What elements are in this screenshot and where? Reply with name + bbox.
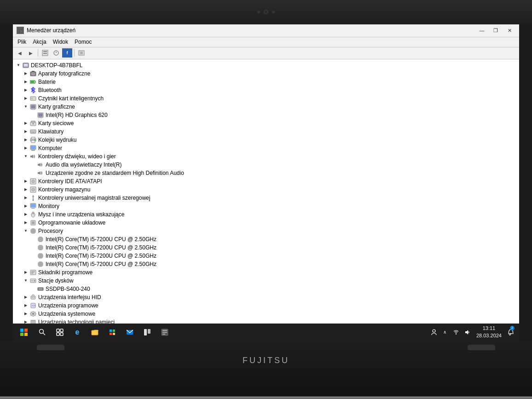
tray-person[interactable] (429, 324, 439, 341)
tree-item-cpu1[interactable]: Intel(R) Core(TM) i5-7200U CPU @ 2.50GHz (15, 235, 517, 243)
item-label-firmware: Oprogramowanie układowe (38, 220, 105, 226)
toolbar-forward[interactable]: ▶ (26, 48, 36, 58)
expander-print[interactable]: ▶ (22, 136, 29, 144)
expander-bluetooth[interactable]: ▶ (22, 87, 29, 94)
tree-item-diskdrives[interactable]: ▼Stacje dysków (15, 277, 517, 285)
svg-marker-192 (465, 330, 468, 335)
tree-item-cameras[interactable]: ▶Aparaty fotograficzne (15, 69, 517, 78)
taskbar-app1[interactable] (139, 324, 156, 341)
svg-rect-41 (32, 131, 33, 132)
toolbar-btn1[interactable] (40, 48, 50, 58)
expander-network[interactable]: ▶ (22, 120, 29, 127)
item-icon-diskdrives (29, 277, 37, 284)
tree-item-sysdev[interactable]: ▶Urządzenia systemowe (15, 310, 517, 318)
tree-item-cpu2[interactable]: Intel(R) Core(TM) i5-7200U CPU @ 2.50GHz (15, 243, 517, 252)
taskbar-taskview[interactable] (52, 324, 68, 341)
close-button[interactable]: ✕ (503, 26, 515, 35)
tree-item-computer[interactable]: ▶Komputer (15, 144, 517, 152)
tray-volume[interactable] (463, 324, 472, 341)
item-label-keyboard: Klawiatury (38, 128, 64, 135)
tree-item-cpu4[interactable]: Intel(R) Core(TM) i5-7200U CPU @ 2.50GHz (15, 260, 517, 268)
expander-usb[interactable]: ▶ (22, 194, 29, 202)
restore-button[interactable]: ❐ (490, 26, 502, 35)
expander-mouse[interactable]: ▶ (22, 211, 29, 218)
expander-memdev[interactable]: ▶ (22, 318, 29, 324)
tree-item-storage[interactable]: ▶Kontrolery magazynu (15, 185, 517, 194)
expander-diskdrives[interactable]: ▼ (22, 277, 29, 284)
tree-item-progdev[interactable]: ▶</>Urządzenia programowe (15, 301, 517, 310)
menu-help[interactable]: Pomoc (72, 38, 94, 46)
expander-software[interactable]: ▶ (22, 269, 29, 276)
item-icon-audio-display (37, 161, 44, 168)
taskbar-app2[interactable] (156, 324, 173, 341)
svg-marker-56 (38, 163, 40, 167)
taskbar-mail[interactable] (121, 324, 138, 341)
item-label-software: Składniki programowe (38, 269, 93, 276)
tree-item-audio-display[interactable]: Audio dla wyświetlaczy Intel(R) (15, 161, 517, 169)
expander-storage[interactable]: ▶ (22, 186, 29, 193)
tree-item-hid[interactable]: ▶Urządzenia interfejsu HID (15, 293, 517, 301)
expander-cpu2 (29, 244, 37, 251)
taskbar-edge[interactable]: e (69, 324, 86, 341)
camera-dot (257, 11, 260, 13)
tree-item-cardreader[interactable]: ▶Czytniki kart inteligentnych (15, 94, 517, 103)
tree-item-gpu-intel[interactable]: Intel(R) HD Graphics 620 (15, 111, 517, 119)
device-tree[interactable]: ▼DESKTOP-4B7BBFL▶Aparaty fotograficzne▶B… (13, 59, 519, 324)
expander-keyboard[interactable]: ▶ (22, 128, 29, 135)
expander-progdev[interactable]: ▶ (22, 302, 29, 309)
expander-root[interactable]: ▼ (15, 62, 22, 69)
tree-item-software[interactable]: ▶Składniki programowe (15, 268, 517, 277)
menu-file[interactable]: Plik (15, 38, 29, 46)
expander-sysdev[interactable]: ▶ (22, 310, 29, 318)
tree-item-audio-hd[interactable]: Urządzenie zgodne ze standardem High Def… (15, 169, 517, 177)
tree-item-ide[interactable]: ▶Kontrolery IDE ATA/ATAPI (15, 177, 517, 185)
tree-item-bluetooth[interactable]: ▶Bluetooth (15, 86, 517, 94)
expander-hid[interactable]: ▶ (22, 294, 29, 301)
tree-item-gpu[interactable]: ▼Karty graficzne (15, 103, 517, 111)
notification-button[interactable]: 2 (506, 324, 515, 341)
menu-action[interactable]: Akcja (30, 38, 49, 46)
tree-item-firmware[interactable]: ▶Oprogramowanie układowe (15, 219, 517, 227)
expander-battery[interactable]: ▶ (22, 78, 29, 86)
tray-network[interactable] (451, 324, 461, 341)
title-bar-left: Menedżer urządzeń (17, 27, 75, 34)
toolbar-btn2[interactable] (51, 48, 61, 58)
taskbar-store[interactable] (104, 324, 121, 341)
start-button[interactable] (15, 324, 33, 341)
tree-item-usb[interactable]: ▶Kontrolery uniwersalnej magistrali szer… (15, 194, 517, 202)
tree-item-root[interactable]: ▼DESKTOP-4B7BBFL (15, 61, 517, 69)
taskbar-search[interactable] (34, 324, 51, 341)
tree-item-keyboard[interactable]: ▶Klawiatury (15, 127, 517, 136)
svg-point-50 (35, 139, 35, 140)
tree-item-battery[interactable]: ▶Baterie (15, 78, 517, 86)
expander-cardreader[interactable]: ▶ (22, 95, 29, 102)
item-icon-ide (29, 178, 37, 185)
expander-ide[interactable]: ▶ (22, 178, 29, 185)
menu-view[interactable]: Widok (50, 38, 71, 46)
toolbar-btn3[interactable]: f (62, 48, 72, 58)
taskbar-explorer[interactable] (87, 324, 103, 341)
svg-rect-119 (39, 254, 42, 257)
expander-computer[interactable]: ▶ (22, 145, 29, 152)
expander-cameras[interactable]: ▶ (22, 70, 29, 77)
toolbar-back[interactable]: ◀ (15, 48, 25, 58)
expander-cpu[interactable]: ▼ (22, 227, 29, 235)
expander-monitors[interactable]: ▶ (22, 202, 29, 210)
tree-item-mouse[interactable]: ▶Mysz i inne urządzenia wskazujące (15, 210, 517, 219)
screen-area: Menedżer urządzeń — ❐ ✕ Plik Akcja Widok… (13, 24, 519, 324)
tree-item-monitors[interactable]: ▶Monitory (15, 202, 517, 210)
tree-item-ssd[interactable]: SSDPB-S400-240 (15, 285, 517, 293)
toolbar-btn4[interactable] (76, 48, 87, 58)
tree-item-cpu[interactable]: ▼Procesory (15, 227, 517, 235)
tree-item-audio[interactable]: ▼Kontrolery dźwięku, wideo i gier (15, 152, 517, 161)
tray-chevron[interactable]: ∧ (440, 324, 450, 341)
tree-item-network[interactable]: ▶Karty sieciowe (15, 119, 517, 127)
tree-item-cpu3[interactable]: Intel(R) Core(TM) i5-7200U CPU @ 2.50GHz (15, 252, 517, 260)
tree-item-memdev[interactable]: ▶Urządzenia technologii pamięci (15, 318, 517, 324)
expander-audio[interactable]: ▼ (22, 153, 29, 160)
minimize-button[interactable]: — (476, 26, 488, 35)
tree-item-print[interactable]: ▶Kolejki wydruku (15, 136, 517, 144)
expander-firmware[interactable]: ▶ (22, 219, 29, 226)
tray-clock[interactable]: 13:11 28.03.2024 (474, 324, 504, 341)
expander-gpu[interactable]: ▼ (22, 103, 29, 110)
